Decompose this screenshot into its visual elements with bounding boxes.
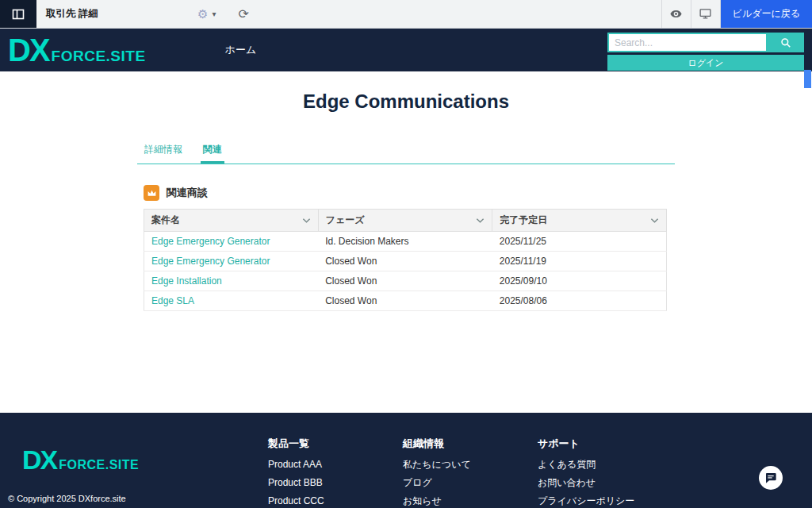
date-cell: 2025/11/25 [492, 232, 667, 252]
phase-cell: Closed Won [318, 291, 492, 311]
chevron-down-icon [650, 217, 659, 224]
footer-link[interactable]: 私たちについて [403, 460, 471, 470]
search-button[interactable] [768, 33, 804, 52]
footer-column-products: 製品一覧 Product AAA Product BBB Product CCC [268, 437, 324, 508]
tab-details[interactable]: 詳細情報 [142, 138, 185, 164]
footer-link[interactable]: ブログ [403, 478, 471, 488]
footer-column-organization: 組織情報 私たちについて ブログ お知らせ [403, 437, 471, 508]
app-menu-button[interactable] [0, 0, 36, 28]
site-header: DX FORCE.SITE ホーム ログイン [0, 29, 812, 71]
related-opportunities-table: 案件名 フェーズ 完了予定日 [144, 209, 667, 311]
refresh-icon[interactable]: ⟳ [238, 6, 248, 21]
device-view-button[interactable] [691, 0, 720, 28]
builder-toolbar: 取引先 詳細 ⚙ ▾ ⟳ ビルダーに戻る [0, 0, 812, 29]
table-header-row: 案件名 フェーズ 完了予定日 [144, 210, 667, 232]
table-row: Edge Emergency Generator Id. Decision Ma… [144, 232, 667, 252]
copyright-text: © Copyright 2025 DXforce.site [8, 494, 126, 503]
opportunity-link[interactable]: Edge Emergency Generator [151, 256, 270, 267]
footer-column-support: サポート よくある質問 お問い合わせ プライバシーポリシー [538, 437, 634, 508]
date-cell: 2025/09/10 [492, 271, 667, 291]
logo-dx-text: DX [8, 34, 49, 66]
site-logo[interactable]: DX FORCE.SITE [8, 34, 146, 66]
page-title: Edge Communications [0, 71, 812, 113]
footer-link[interactable]: お知らせ [403, 496, 471, 506]
screen: 取引先 詳細 ⚙ ▾ ⟳ ビルダーに戻る [0, 0, 812, 508]
phase-cell: Closed Won [318, 252, 492, 271]
footer-link[interactable]: よくある質問 [538, 460, 634, 470]
chevron-down-icon [476, 217, 485, 224]
related-opportunities-section-header: 関連商談 [137, 185, 675, 201]
search-input[interactable] [607, 33, 768, 52]
section-title: 関連商談 [167, 186, 208, 200]
footer-column-title: 製品一覧 [268, 437, 324, 451]
footer-link[interactable]: お問い合わせ [538, 478, 634, 488]
column-header-close-date[interactable]: 完了予定日 [492, 210, 667, 232]
opportunity-link[interactable]: Edge Emergency Generator [151, 236, 270, 247]
logo-suffix-text: FORCE.SITE [59, 458, 139, 472]
back-to-builder-button[interactable]: ビルダーに戻る [721, 0, 812, 28]
chat-bubble-icon [764, 471, 777, 484]
opportunity-link[interactable]: Edge SLA [151, 295, 194, 306]
column-header-name[interactable]: 案件名 [144, 210, 319, 232]
chevron-down-icon [302, 217, 311, 224]
nav-item-home[interactable]: ホーム [225, 43, 257, 57]
opportunity-link[interactable]: Edge Installation [151, 275, 222, 287]
eye-icon [669, 7, 683, 21]
layout-grid-icon [12, 8, 25, 21]
search-block: ログイン [607, 33, 804, 71]
chat-widget-button[interactable] [759, 466, 783, 490]
login-button[interactable]: ログイン [607, 55, 804, 71]
footer-link[interactable]: Product AAA [268, 460, 324, 470]
footer-column-title: 組織情報 [403, 437, 471, 451]
tab-bar: 詳細情報 関連 [137, 138, 675, 164]
logo-suffix-text: FORCE.SITE [52, 48, 146, 65]
gear-icon: ⚙ [197, 8, 208, 20]
table-row: Edge SLA Closed Won 2025/08/06 [144, 291, 667, 311]
date-cell: 2025/08/06 [492, 291, 667, 311]
table-row: Edge Emergency Generator Closed Won 2025… [144, 252, 667, 271]
monitor-icon [699, 7, 712, 21]
main-content: Edge Communications 詳細情報 関連 関連商談 案件名 [0, 71, 812, 413]
logo-dx-text: DX [22, 446, 56, 473]
phase-cell: Closed Won [318, 271, 492, 291]
page-editor-title: 取引先 詳細 [46, 7, 98, 21]
toolbar-right-group: ビルダーに戻る [661, 0, 812, 28]
footer-link[interactable]: Product CCC [268, 496, 324, 506]
crown-icon [147, 188, 157, 198]
caret-down-icon: ▾ [212, 10, 216, 18]
phase-cell: Id. Decision Makers [318, 232, 492, 252]
settings-dropdown[interactable]: ⚙ ▾ [197, 8, 216, 20]
footer-column-title: サポート [538, 437, 634, 451]
footer-link[interactable]: Product BBB [268, 478, 324, 488]
table-row: Edge Installation Closed Won 2025/09/10 [144, 271, 667, 291]
footer-logo[interactable]: DX FORCE.SITE [22, 446, 139, 473]
search-icon [780, 37, 791, 48]
date-cell: 2025/11/19 [492, 252, 667, 271]
tab-related[interactable]: 関連 [201, 138, 224, 164]
site-footer: DX FORCE.SITE © Copyright 2025 DXforce.s… [0, 413, 812, 508]
column-header-phase[interactable]: フェーズ [318, 210, 492, 232]
opportunity-crown-icon [144, 185, 159, 201]
scrollbar-thumb[interactable] [804, 70, 811, 88]
footer-link[interactable]: プライバシーポリシー [538, 496, 634, 506]
preview-button[interactable] [662, 0, 691, 28]
